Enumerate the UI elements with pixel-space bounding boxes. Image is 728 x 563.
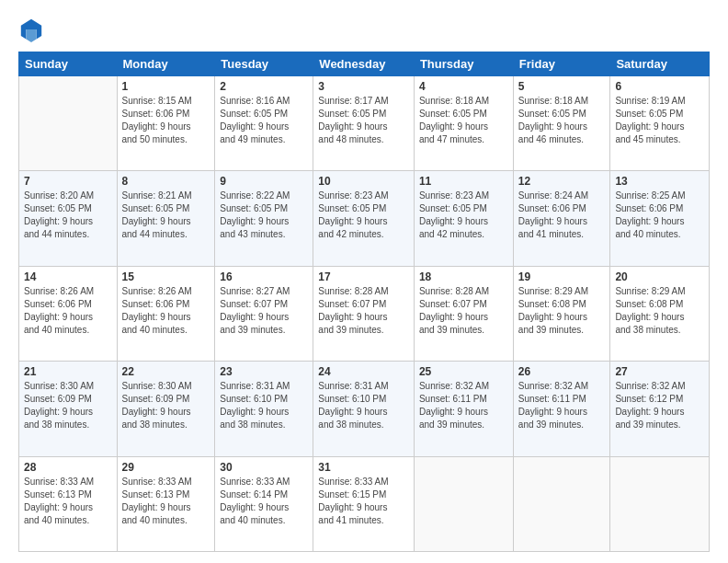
day-cell: 9Sunrise: 8:22 AM Sunset: 6:05 PM Daylig…: [215, 171, 313, 266]
day-number: 20: [615, 270, 704, 283]
day-cell: 18Sunrise: 8:28 AM Sunset: 6:07 PM Dayli…: [414, 266, 513, 361]
day-cell: 28Sunrise: 8:33 AM Sunset: 6:13 PM Dayli…: [19, 456, 118, 551]
day-cell: 5Sunrise: 8:18 AM Sunset: 6:05 PM Daylig…: [513, 76, 610, 171]
day-info: Sunrise: 8:16 AM Sunset: 6:05 PM Dayligh…: [220, 95, 308, 146]
day-number: 31: [318, 461, 409, 474]
day-cell: 16Sunrise: 8:27 AM Sunset: 6:07 PM Dayli…: [215, 266, 313, 361]
day-info: Sunrise: 8:28 AM Sunset: 6:07 PM Dayligh…: [318, 285, 409, 337]
week-row-3: 14Sunrise: 8:26 AM Sunset: 6:06 PM Dayli…: [19, 266, 710, 361]
day-info: Sunrise: 8:18 AM Sunset: 6:05 PM Dayligh…: [518, 95, 606, 146]
day-info: Sunrise: 8:33 AM Sunset: 6:13 PM Dayligh…: [24, 476, 112, 527]
day-number: 8: [122, 175, 210, 188]
day-cell: 14Sunrise: 8:26 AM Sunset: 6:06 PM Dayli…: [19, 266, 118, 361]
day-cell: 4Sunrise: 8:18 AM Sunset: 6:05 PM Daylig…: [414, 76, 513, 171]
day-cell: [414, 456, 513, 551]
day-cell: 23Sunrise: 8:31 AM Sunset: 6:10 PM Dayli…: [215, 362, 313, 456]
day-info: Sunrise: 8:20 AM Sunset: 6:05 PM Dayligh…: [24, 190, 112, 241]
day-cell: 7Sunrise: 8:20 AM Sunset: 6:05 PM Daylig…: [19, 171, 118, 266]
day-info: Sunrise: 8:29 AM Sunset: 6:08 PM Dayligh…: [615, 285, 704, 337]
day-info: Sunrise: 8:27 AM Sunset: 6:07 PM Dayligh…: [220, 285, 308, 337]
day-cell: [610, 456, 710, 551]
day-info: Sunrise: 8:32 AM Sunset: 6:11 PM Dayligh…: [518, 380, 606, 431]
day-info: Sunrise: 8:18 AM Sunset: 6:05 PM Dayligh…: [419, 95, 508, 146]
day-cell: 1Sunrise: 8:15 AM Sunset: 6:06 PM Daylig…: [117, 76, 215, 171]
header-row: SundayMondayTuesdayWednesdayThursdayFrid…: [19, 52, 710, 76]
day-cell: 2Sunrise: 8:16 AM Sunset: 6:05 PM Daylig…: [215, 76, 313, 171]
day-info: Sunrise: 8:17 AM Sunset: 6:05 PM Dayligh…: [318, 95, 409, 146]
day-info: Sunrise: 8:33 AM Sunset: 6:15 PM Dayligh…: [318, 476, 409, 527]
day-info: Sunrise: 8:33 AM Sunset: 6:14 PM Dayligh…: [220, 476, 308, 527]
day-number: 11: [419, 175, 508, 188]
week-row-2: 7Sunrise: 8:20 AM Sunset: 6:05 PM Daylig…: [19, 171, 710, 266]
svg-marker-2: [26, 29, 36, 42]
day-cell: 20Sunrise: 8:29 AM Sunset: 6:08 PM Dayli…: [610, 266, 710, 361]
calendar-table: SundayMondayTuesdayWednesdayThursdayFrid…: [18, 52, 710, 552]
day-cell: 17Sunrise: 8:28 AM Sunset: 6:07 PM Dayli…: [313, 266, 415, 361]
day-info: Sunrise: 8:32 AM Sunset: 6:11 PM Dayligh…: [419, 380, 508, 431]
day-cell: 25Sunrise: 8:32 AM Sunset: 6:11 PM Dayli…: [414, 362, 513, 456]
col-header-tuesday: Tuesday: [215, 52, 313, 76]
day-info: Sunrise: 8:25 AM Sunset: 6:06 PM Dayligh…: [615, 190, 704, 241]
day-info: Sunrise: 8:32 AM Sunset: 6:12 PM Dayligh…: [615, 380, 704, 431]
day-cell: [19, 76, 118, 171]
day-info: Sunrise: 8:33 AM Sunset: 6:13 PM Dayligh…: [122, 476, 210, 527]
day-number: 17: [318, 270, 409, 283]
day-number: 23: [220, 365, 308, 378]
day-number: 6: [615, 80, 704, 93]
day-number: 14: [24, 270, 112, 283]
day-info: Sunrise: 8:15 AM Sunset: 6:06 PM Dayligh…: [122, 95, 210, 146]
header: [18, 17, 710, 42]
day-cell: 22Sunrise: 8:30 AM Sunset: 6:09 PM Dayli…: [117, 362, 215, 456]
day-info: Sunrise: 8:26 AM Sunset: 6:06 PM Dayligh…: [24, 285, 112, 337]
day-info: Sunrise: 8:28 AM Sunset: 6:07 PM Dayligh…: [419, 285, 508, 337]
col-header-saturday: Saturday: [610, 52, 710, 76]
day-info: Sunrise: 8:26 AM Sunset: 6:06 PM Dayligh…: [122, 285, 210, 337]
day-cell: 12Sunrise: 8:24 AM Sunset: 6:06 PM Dayli…: [513, 171, 610, 266]
day-number: 9: [220, 175, 308, 188]
day-info: Sunrise: 8:29 AM Sunset: 6:08 PM Dayligh…: [518, 285, 606, 337]
logo: [18, 17, 48, 42]
day-number: 18: [419, 270, 508, 283]
day-number: 24: [318, 365, 409, 378]
day-number: 5: [518, 80, 606, 93]
day-number: 10: [318, 175, 409, 188]
day-cell: 3Sunrise: 8:17 AM Sunset: 6:05 PM Daylig…: [313, 76, 415, 171]
day-number: 4: [419, 80, 508, 93]
day-cell: [513, 456, 610, 551]
day-number: 26: [518, 365, 606, 378]
day-number: 13: [615, 175, 704, 188]
day-number: 7: [24, 175, 112, 188]
day-number: 25: [419, 365, 508, 378]
col-header-wednesday: Wednesday: [313, 52, 415, 76]
day-info: Sunrise: 8:21 AM Sunset: 6:05 PM Dayligh…: [122, 190, 210, 241]
page: SundayMondayTuesdayWednesdayThursdayFrid…: [0, 0, 728, 563]
day-number: 3: [318, 80, 409, 93]
day-cell: 6Sunrise: 8:19 AM Sunset: 6:05 PM Daylig…: [610, 76, 710, 171]
day-cell: 15Sunrise: 8:26 AM Sunset: 6:06 PM Dayli…: [117, 266, 215, 361]
day-cell: 31Sunrise: 8:33 AM Sunset: 6:15 PM Dayli…: [313, 456, 415, 551]
day-number: 12: [518, 175, 606, 188]
day-number: 27: [615, 365, 704, 378]
day-cell: 29Sunrise: 8:33 AM Sunset: 6:13 PM Dayli…: [117, 456, 215, 551]
week-row-4: 21Sunrise: 8:30 AM Sunset: 6:09 PM Dayli…: [19, 362, 710, 456]
col-header-friday: Friday: [513, 52, 610, 76]
day-number: 16: [220, 270, 308, 283]
col-header-sunday: Sunday: [19, 52, 118, 76]
day-info: Sunrise: 8:19 AM Sunset: 6:05 PM Dayligh…: [615, 95, 704, 146]
day-info: Sunrise: 8:23 AM Sunset: 6:05 PM Dayligh…: [419, 190, 508, 241]
day-number: 21: [24, 365, 112, 378]
day-info: Sunrise: 8:31 AM Sunset: 6:10 PM Dayligh…: [220, 380, 308, 431]
day-cell: 21Sunrise: 8:30 AM Sunset: 6:09 PM Dayli…: [19, 362, 118, 456]
day-cell: 19Sunrise: 8:29 AM Sunset: 6:08 PM Dayli…: [513, 266, 610, 361]
day-cell: 26Sunrise: 8:32 AM Sunset: 6:11 PM Dayli…: [513, 362, 610, 456]
day-info: Sunrise: 8:24 AM Sunset: 6:06 PM Dayligh…: [518, 190, 606, 241]
week-row-5: 28Sunrise: 8:33 AM Sunset: 6:13 PM Dayli…: [19, 456, 710, 551]
day-number: 19: [518, 270, 606, 283]
day-cell: 30Sunrise: 8:33 AM Sunset: 6:14 PM Dayli…: [215, 456, 313, 551]
day-number: 15: [122, 270, 210, 283]
logo-icon: [18, 17, 44, 42]
day-info: Sunrise: 8:30 AM Sunset: 6:09 PM Dayligh…: [24, 380, 112, 431]
day-number: 1: [122, 80, 210, 93]
day-number: 30: [220, 461, 308, 474]
day-cell: 13Sunrise: 8:25 AM Sunset: 6:06 PM Dayli…: [610, 171, 710, 266]
